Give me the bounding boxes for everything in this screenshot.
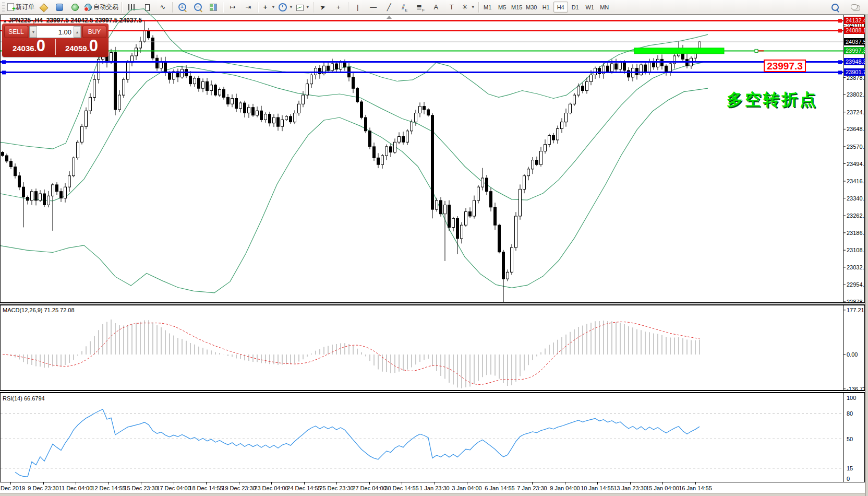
volume-input[interactable]: 1.00 [37,28,74,36]
dropdown-arrow-icon[interactable]: ▼ [306,5,310,9]
zoom-in-button[interactable]: + [174,1,190,14]
time-axis-label: 1 Jan 23:30 [419,485,450,491]
trendline-icon: ╱ [385,3,393,11]
time-tick-mark [467,482,467,485]
line-handle [2,60,6,64]
indicators-button[interactable]: +▼ [260,1,277,14]
time-tick-mark [76,482,76,485]
timeframe-button-h1[interactable]: H1 [539,2,553,13]
rsi-level-label: 15 [847,465,853,471]
time-axis[interactable]: 6 Dec 20199 Dec 23:3011 Dec 04:0012 Dec … [0,482,865,493]
chart-shift-marker-icon [387,16,392,19]
fibonacci-icon: ≣F [416,3,424,11]
time-tick-mark [108,482,109,485]
hline-button[interactable]: — [366,1,381,14]
rsi-bound-top: 100 [847,395,856,401]
vline-button[interactable]: | [350,1,366,14]
price-axis-tick: 23648.0 [847,126,867,132]
price-tag-label[interactable]: 23997.3 [764,60,806,72]
zoom-plus-glyph: + [179,3,185,11]
timeframe-button-mn[interactable]: MN [597,2,612,13]
line-handle [838,19,842,22]
chart-window[interactable]: ▲JPN225-,H4 23997.5 24042.5 23997.5 2403… [0,15,865,496]
toolbar-separator [258,2,258,13]
timeframe-button-d1[interactable]: D1 [568,2,583,13]
macd-canvas[interactable] [1,305,865,391]
timeframe-button-h4[interactable]: H4 [553,2,568,13]
time-tick-mark [662,482,663,485]
rsi-line [15,409,700,477]
text-icon: A [432,3,440,11]
time-tick-mark [10,482,11,485]
volume-decrease-button[interactable]: ▼ [30,26,37,38]
signals-button[interactable] [67,1,83,14]
dropdown-arrow-icon[interactable]: ▼ [289,5,293,9]
timeframe-button-m30[interactable]: M30 [524,2,539,13]
autotrading-button[interactable]: 自动交易 [83,1,120,14]
dropdown-arrow-icon[interactable]: ▼ [271,5,275,9]
time-tick-mark [532,482,533,485]
sell-button[interactable]: SELL [4,26,28,38]
channel-button[interactable]: ⫽E [397,1,413,14]
periods-button[interactable]: ▼ [277,1,295,14]
time-axis-label: 24 Dec 14:55 [287,485,321,491]
timeframe-button-w1[interactable]: W1 [583,2,597,13]
bar-chart-button[interactable] [124,1,139,14]
price-axis-tick: 23108.0 [847,247,867,253]
cursor-button[interactable]: ➤ [315,1,331,14]
price-chart-pane[interactable]: ▲JPN225-,H4 23997.5 24042.5 23997.5 2403… [0,15,865,303]
indicators-icon: + [261,3,269,11]
sell-price[interactable]: 24036.0 [4,39,54,55]
time-tick-mark [435,482,435,485]
tile-windows-button[interactable] [206,1,221,14]
symbol-marker-icon: ▲ [3,18,7,23]
timeframe-button-m5[interactable]: M5 [495,2,510,13]
arrows-button[interactable]: ✳▼ [460,1,477,14]
chinese-annotation[interactable]: 多空转折点 [727,89,818,111]
timeframe-button-m1[interactable]: M1 [480,2,495,13]
time-tick-mark [597,482,598,485]
trendline-button[interactable]: ╱ [381,1,397,14]
macd-label: MACD(12,26,9) 71.25 72.08 [3,307,75,313]
symbol-period-label: JPN225-,H4 [8,17,43,24]
time-axis-label: 9 Jan 04:00 [550,485,580,491]
price-chart-canvas[interactable] [1,15,865,303]
rsi-pane[interactable]: 8050151000RSI(14) 66.6794 [0,393,865,482]
time-axis-label: 15 Jan 04:00 [646,485,679,491]
zoom-out-button[interactable]: − [190,1,206,14]
time-axis-label: 19 Dec 23:30 [222,485,256,491]
templates-button[interactable]: ▼ [295,1,311,14]
price-axis-tick: 23494.0 [847,161,867,167]
time-axis-label: 18 Dec 14:55 [189,485,223,491]
text-button[interactable]: A [428,1,444,14]
price-axis-tick: 23262.0 [847,212,867,219]
rsi-canvas[interactable] [1,393,865,483]
chat-button[interactable] [848,1,864,14]
toolbar-separator [223,2,223,13]
templates-icon [296,5,304,11]
crosshair-button[interactable]: + [331,1,346,14]
zoom-minus-glyph: − [195,3,201,11]
dropdown-arrow-icon[interactable]: ▼ [471,5,475,9]
auto-scroll-button[interactable]: ↦ [225,1,240,14]
time-tick-mark [630,482,631,485]
new-order-button[interactable]: 新订单 [6,1,36,14]
fibonacci-button[interactable]: ≣F [413,1,428,14]
text-label-button[interactable]: T [444,1,460,14]
volume-increase-button[interactable]: ▲ [74,26,81,38]
metaeditor-button[interactable] [36,1,52,14]
chart-shift-button[interactable]: ⇥ [240,1,256,14]
timeframe-button-m15[interactable]: M15 [510,2,524,13]
macd-pane[interactable]: MACD(12,26,9) 71.25 72.08177.210.00-136.… [0,305,865,391]
time-tick-mark [271,482,272,485]
price-axis-tick: 23724.0 [847,109,867,115]
line-chart-button[interactable]: ∿ [155,1,171,14]
time-tick-mark [369,482,370,485]
buy-price[interactable]: 24059.0 [57,39,106,55]
candles-group [2,20,701,302]
search-button[interactable] [827,1,843,14]
price-axis-tick: 23570.0 [847,144,867,150]
price-axis-tick: 23802.0 [847,91,867,98]
time-axis-label: 25 Dec 23:30 [319,485,353,491]
terminal-button[interactable] [52,1,67,14]
